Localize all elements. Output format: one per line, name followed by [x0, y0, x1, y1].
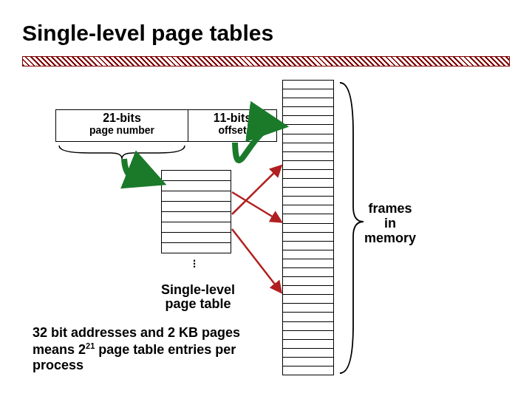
offset-bits-label: 11-bits [214, 112, 252, 124]
memory-frame-row [283, 259, 333, 268]
memory-frame-row [283, 242, 333, 250]
page-number-brace [59, 146, 185, 159]
memory-frame-row [283, 233, 333, 242]
page-table-row [162, 202, 231, 212]
page-table-row [162, 191, 231, 202]
page-number-cell: 21-bits page number [55, 109, 188, 142]
memory-frames-column [282, 80, 334, 375]
offset-bits-sublabel: offset [188, 125, 276, 136]
memory-frame-row [283, 143, 333, 152]
page-table-row [162, 222, 231, 233]
page-table-label: Single-level page table [146, 283, 250, 311]
page-bits-sublabel: page number [56, 125, 188, 136]
memory-frame-row [283, 277, 333, 286]
memory-frame-row [283, 224, 333, 233]
memory-frame-row [283, 125, 333, 134]
caption-exponent: 21 [86, 341, 95, 350]
memory-frame-row [283, 358, 333, 366]
memory-frame-row [283, 134, 333, 143]
memory-frame-row [283, 170, 333, 179]
title-underline [22, 56, 510, 66]
memory-frame-row [283, 349, 333, 358]
memory-label-line3: memory [364, 231, 416, 245]
slide-title: Single-level page tables [22, 21, 273, 46]
memory-frame-row [283, 81, 333, 89]
arrow-pte-to-frame-1 [232, 192, 281, 222]
memory-frame-row [283, 179, 333, 188]
memory-frame-row [283, 89, 333, 98]
memory-frame-row [283, 268, 333, 277]
memory-frame-row [283, 331, 333, 340]
page-table-label-line2: page table [165, 296, 231, 311]
memory-frame-row [283, 98, 333, 107]
memory-frame-row [283, 152, 333, 161]
memory-frame-row [283, 340, 333, 349]
page-table-ellipsis: ··· [192, 259, 197, 267]
offset-cell: 11-bits offset [188, 109, 277, 142]
memory-frame-row [283, 304, 333, 313]
caption-text: 32 bit addresses and 2 KB pages means 22… [33, 325, 284, 374]
arrow-pagenum-to-pagetable [124, 159, 159, 182]
memory-label-line1: frames [368, 201, 412, 216]
memory-frame-row [283, 250, 333, 259]
page-table-row [162, 212, 231, 222]
memory-frame-row [283, 188, 333, 197]
memory-frame-row [283, 322, 333, 331]
address-split-box: 21-bits page number 11-bits offset [55, 109, 277, 142]
memory-frame-row [283, 295, 333, 304]
memory-label-line2: in [384, 216, 396, 231]
page-table-row [162, 233, 231, 243]
memory-frame-row [283, 313, 333, 321]
page-table-row [162, 171, 231, 181]
memory-frame-row [283, 205, 333, 214]
memory-frame-row [283, 161, 333, 170]
memory-frames-label: frames in memory [361, 202, 420, 245]
memory-frame-row [283, 366, 333, 375]
memory-frame-row [283, 197, 333, 205]
memory-frame-row [283, 214, 333, 223]
memory-frame-row [283, 116, 333, 125]
arrow-pte-to-frame-2 [232, 166, 281, 214]
page-table [161, 170, 231, 253]
memory-frame-row [283, 286, 333, 295]
page-table-row [162, 181, 231, 191]
page-table-label-line1: Single-level [161, 282, 235, 297]
page-bits-label: 21-bits [103, 112, 141, 124]
memory-frame-row [283, 107, 333, 116]
